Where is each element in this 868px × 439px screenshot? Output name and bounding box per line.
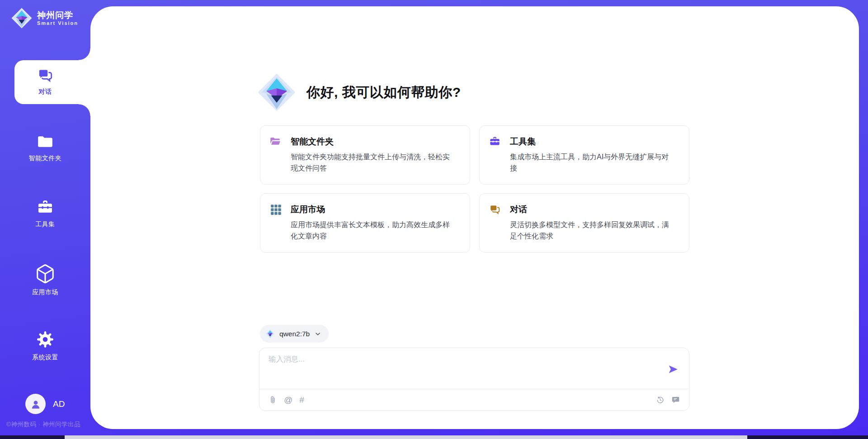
avatar xyxy=(25,394,46,414)
hash-icon: # xyxy=(299,395,304,405)
user-name: AD xyxy=(53,399,65,409)
brand: 神州问学 Smart Vision xyxy=(11,7,78,29)
model-logo-icon xyxy=(265,329,275,339)
sidebar-item-label: 智能文件夹 xyxy=(29,154,62,162)
feature-cards: 智能文件夹 智能文件夹功能支持批量文件上传与清洗，轻松实现文件问答 工具集 集 xyxy=(260,125,689,253)
send-button[interactable] xyxy=(667,363,679,375)
history-button[interactable] xyxy=(656,396,665,404)
active-nav-fillet-bottom xyxy=(79,104,90,116)
folder-icon xyxy=(36,133,55,150)
sidebar-item-label: 对话 xyxy=(39,88,52,96)
brand-diamond-icon xyxy=(11,7,33,29)
toolbox-icon xyxy=(489,135,510,148)
card-title: 应用市场 xyxy=(291,204,325,215)
card-smart-folder[interactable]: 智能文件夹 智能文件夹功能支持批量文件上传与清洗，轻松实现文件问答 xyxy=(260,125,470,185)
main-panel: 你好, 我可以如何帮助你? 智能文件夹 智能文件夹功能支持批量文件上传与清洗，轻… xyxy=(90,6,859,429)
card-head: 工具集 xyxy=(489,135,678,148)
folder-open-icon xyxy=(269,135,291,148)
card-app-market[interactable]: 应用市场 应用市场提供丰富长文本模板，助力高效生成多样化文章内容 xyxy=(260,193,470,253)
composer-toolbar-right xyxy=(656,396,680,404)
card-toolset[interactable]: 工具集 集成市场上主流工具，助力AI与外界无缝扩展与对接 xyxy=(479,125,689,185)
card-title: 对话 xyxy=(510,204,527,215)
sidebar-item-label: 应用市场 xyxy=(32,288,58,296)
model-name: qwen2:7b xyxy=(279,330,310,338)
card-head: 智能文件夹 xyxy=(269,135,459,148)
greeting-header: 你好, 我可以如何帮助你? xyxy=(257,72,461,112)
at-icon: @ xyxy=(284,395,292,405)
brand-subtitle: Smart Vision xyxy=(37,20,78,26)
sidebar-item-smart-folder[interactable]: 智能文件夹 xyxy=(0,133,90,162)
sidebar-item-settings[interactable]: 系统设置 xyxy=(0,329,90,362)
copyright: ©神州数码 · 神州问学出品 xyxy=(6,420,80,429)
brand-diamond-icon xyxy=(257,72,297,112)
card-description: 灵活切换多模型文件，支持多样回复效果调试，满足个性化需求 xyxy=(510,220,674,242)
card-title: 智能文件夹 xyxy=(291,136,334,148)
card-chat[interactable]: 对话 灵活切换多模型文件，支持多样回复效果调试，满足个性化需求 xyxy=(479,193,689,253)
card-head: 对话 xyxy=(489,203,678,215)
sidebar-item-label: 工具集 xyxy=(35,220,55,229)
card-description: 智能文件夹功能支持批量文件上传与清洗，轻松实现文件问答 xyxy=(291,152,454,174)
topic-button[interactable]: # xyxy=(299,395,304,405)
sidebar-item-toolset[interactable]: 工具集 xyxy=(0,198,90,229)
sidebar-item-chat[interactable]: 对话 xyxy=(0,67,90,96)
card-description: 应用市场提供丰富长文本模板，助力高效生成多样化文章内容 xyxy=(291,220,454,242)
send-icon xyxy=(667,363,679,375)
chevron-down-icon xyxy=(314,330,321,338)
sidebar-item-app-market[interactable]: 应用市场 xyxy=(0,263,90,296)
greeting-text: 你好, 我可以如何帮助你? xyxy=(307,83,461,102)
brand-name: 神州问学 xyxy=(37,10,78,21)
model-selector[interactable]: qwen2:7b xyxy=(260,325,329,343)
user-account[interactable]: AD xyxy=(25,394,65,414)
active-nav-fillet-top xyxy=(79,48,90,60)
cube-icon xyxy=(35,263,56,284)
chat-bubbles-icon xyxy=(37,67,54,84)
toolbox-icon xyxy=(36,198,55,216)
card-head: 应用市场 xyxy=(269,203,459,215)
person-icon xyxy=(30,398,42,410)
card-title: 工具集 xyxy=(510,136,536,148)
chat-bubbles-icon xyxy=(489,203,510,215)
mention-button[interactable]: @ xyxy=(284,395,292,405)
horizontal-scrollbar[interactable] xyxy=(65,435,747,439)
grid-icon xyxy=(269,203,291,215)
composer-toolbar: @ # xyxy=(259,389,689,410)
history-icon xyxy=(656,396,665,404)
composer-toolbar-left: @ # xyxy=(269,395,304,405)
message-input[interactable] xyxy=(269,354,648,381)
gear-icon xyxy=(35,329,55,349)
paperclip-icon xyxy=(269,396,277,404)
chat-square-icon xyxy=(671,396,680,404)
new-chat-button[interactable] xyxy=(671,396,680,404)
message-composer: @ # xyxy=(259,348,689,411)
sidebar-item-label: 系统设置 xyxy=(32,353,58,362)
card-description: 集成市场上主流工具，助力AI与外界无缝扩展与对接 xyxy=(510,152,674,174)
app-window: 你好, 我可以如何帮助你? 智能文件夹 智能文件夹功能支持批量文件上传与清洗，轻… xyxy=(0,0,868,439)
attach-file-button[interactable] xyxy=(269,396,277,404)
